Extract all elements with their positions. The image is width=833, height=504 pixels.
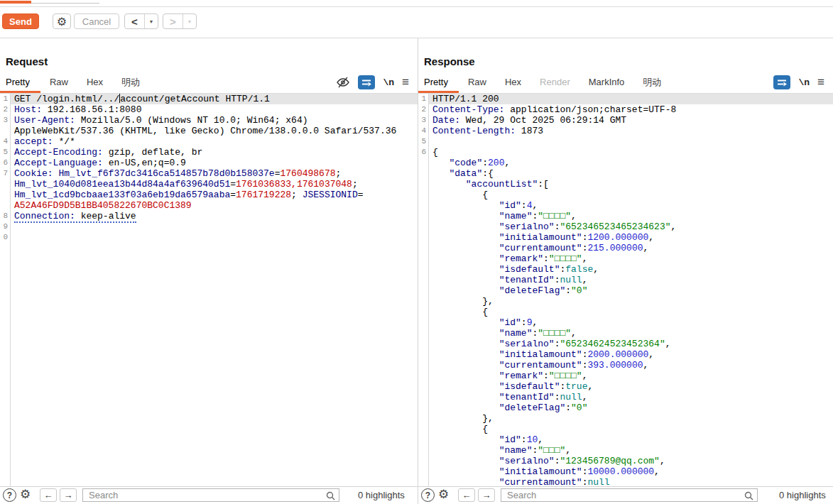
code-line-text: {: [428, 190, 833, 200]
code-line: A52A46FD9D5B1BB405822670BC0C1389: [0, 200, 418, 211]
code-line-text: HTTP/1.1 200: [428, 94, 833, 104]
line-number: 3: [418, 115, 428, 126]
code-line: "data":{: [418, 168, 833, 179]
line-number: 9: [0, 221, 10, 232]
code-line: "isdefault":true,: [418, 381, 833, 392]
code-line: 9: [0, 221, 418, 232]
code-line: "currentamount":215.000000,: [418, 243, 833, 253]
response-editor[interactable]: 1HTTP/1.1 2002Content-Type: application/…: [418, 94, 833, 487]
help-icon[interactable]: ?: [3, 488, 16, 502]
code-line: "id":4,: [418, 200, 833, 211]
search-settings-icon[interactable]: ⚙: [438, 487, 449, 502]
repeater-tab-strip: [0, 0, 833, 7]
line-number: [418, 243, 428, 253]
code-line: "id":10,: [418, 434, 833, 445]
code-line-text: Accept-Language: en-US,en;q=0.9: [10, 158, 418, 168]
code-line: },: [418, 413, 833, 424]
request-settings-button[interactable]: ⚙: [53, 13, 71, 29]
line-number: [418, 381, 428, 392]
hide-nonprintable-icon[interactable]: [336, 76, 350, 89]
code-line: "initialamount":2000.000000,: [418, 349, 833, 360]
search-previous-button[interactable]: ←: [40, 488, 57, 502]
line-number: [418, 424, 428, 434]
search-input[interactable]: [501, 488, 758, 502]
code-line: "initialamount":10000.000000,: [418, 466, 833, 477]
search-icon[interactable]: [326, 491, 335, 503]
line-number: [0, 126, 10, 136]
code-line-text: [428, 136, 833, 147]
editor-menu-icon[interactable]: ≡: [817, 75, 824, 89]
send-button[interactable]: Send: [2, 13, 39, 29]
line-number: [418, 413, 428, 424]
word-wrap-toggle[interactable]: [773, 75, 790, 89]
highlights-count: 0 highlights: [779, 490, 826, 500]
gear-icon: ⚙: [57, 15, 67, 28]
highlights-count: 0 highlights: [358, 490, 405, 500]
help-icon[interactable]: ?: [421, 488, 435, 502]
repeater-toolbar: Send ⚙ Cancel < ▼ > ▼: [0, 7, 833, 38]
code-line: 4accept: */*: [0, 136, 418, 147]
code-line: "remark":"□□□□",: [418, 371, 833, 381]
line-number: [0, 200, 10, 211]
tab-raw[interactable]: Raw: [459, 73, 496, 93]
tab-hex[interactable]: Hex: [496, 73, 530, 93]
search-input[interactable]: [82, 488, 339, 502]
code-line-text: "currentamount":null: [428, 477, 833, 487]
line-number: 8: [0, 211, 10, 221]
code-line: 6{: [418, 147, 833, 158]
request-panel: Request PrettyRawHex明动 \n ≡ 1GET /login.…: [0, 38, 418, 504]
line-number: [418, 264, 428, 275]
search-settings-icon[interactable]: ⚙: [20, 487, 31, 502]
line-number: [418, 232, 428, 243]
cancel-button[interactable]: Cancel: [74, 13, 119, 29]
request-search-bar: ? ⚙ ← → 0 highlights: [0, 487, 418, 504]
show-newlines-toggle[interactable]: \n: [798, 77, 810, 88]
tab-hex[interactable]: Hex: [77, 73, 112, 93]
line-number: [418, 253, 428, 264]
tab-mingdong[interactable]: 明动: [633, 73, 670, 93]
search-previous-button[interactable]: ←: [458, 488, 475, 502]
show-newlines-toggle[interactable]: \n: [383, 77, 394, 88]
code-line: "tenantId":null,: [418, 275, 833, 285]
line-number: 5: [0, 147, 10, 158]
word-wrap-icon: [776, 77, 788, 87]
line-number: 3: [0, 115, 10, 126]
code-line: 0: [0, 232, 418, 243]
line-number: [418, 349, 428, 360]
code-line-text: "initialamount":1200.000000,: [428, 232, 833, 243]
code-line: "accountList":[: [418, 179, 833, 190]
history-forward-dropdown[interactable]: ▼: [183, 14, 196, 28]
tab-markinfo[interactable]: MarkInfo: [579, 73, 634, 93]
code-line: 7Cookie: Hm_lvt_f6f37dc3416ca514857b78d0…: [0, 168, 418, 179]
code-line-text: "data":{: [428, 168, 833, 179]
code-line-text: "remark":"□□□□",: [428, 253, 833, 264]
editor-menu-icon[interactable]: ≡: [402, 75, 409, 89]
code-line-text: "deleteFlag":"0": [428, 402, 833, 413]
line-number: [418, 285, 428, 296]
tab-mingdong[interactable]: 明动: [112, 73, 149, 93]
code-line-text: GET /login.html/../account/getAccount HT…: [10, 94, 418, 104]
word-wrap-toggle[interactable]: [358, 75, 375, 89]
history-forward-button[interactable]: >: [163, 14, 183, 28]
tab-raw[interactable]: Raw: [40, 73, 77, 93]
tab-pretty[interactable]: Pretty: [418, 73, 459, 93]
line-number: [418, 158, 428, 168]
tab-render[interactable]: Render: [530, 73, 579, 93]
search-next-button[interactable]: →: [478, 488, 495, 502]
line-number: [418, 339, 428, 349]
search-icon[interactable]: [744, 491, 753, 503]
search-next-button[interactable]: →: [60, 488, 77, 502]
code-line-text: },: [428, 296, 833, 307]
request-editor[interactable]: 1GET /login.html/../account/getAccount H…: [0, 94, 418, 487]
history-back-dropdown[interactable]: ▼: [144, 14, 158, 28]
tab-pretty[interactable]: Pretty: [0, 73, 40, 93]
code-line-text: [10, 232, 418, 243]
response-editor-icons: \n ≡: [773, 75, 824, 89]
line-number: [418, 456, 428, 466]
code-line-text: "isdefault":false,: [428, 264, 833, 275]
line-number: [418, 402, 428, 413]
code-line-text: "tenantId":null,: [428, 392, 833, 402]
history-back-button[interactable]: <: [125, 14, 144, 28]
request-title: Request: [6, 55, 48, 67]
code-line-text: Connection: keep-alive: [10, 211, 418, 221]
